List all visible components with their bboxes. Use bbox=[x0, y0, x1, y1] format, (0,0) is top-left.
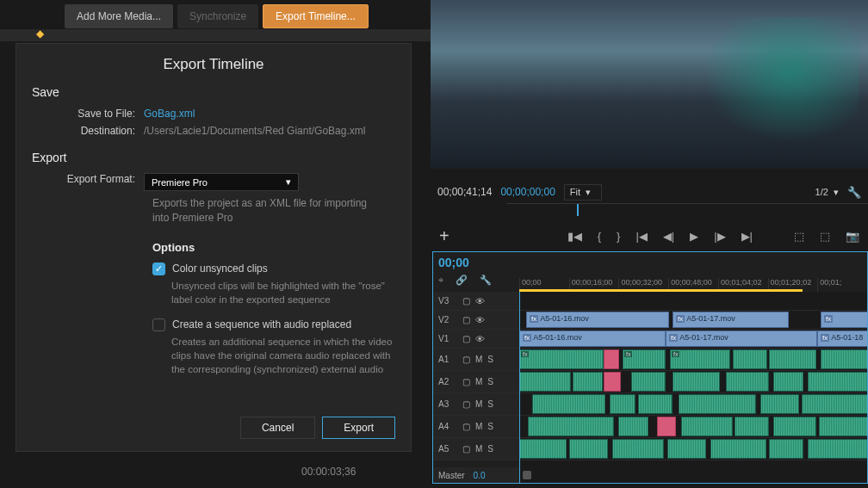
destination-value: /Users/Lacie1/Documents/Red Giant/GoBag.… bbox=[144, 125, 365, 137]
step-forward-icon[interactable]: |▶ bbox=[714, 230, 725, 243]
audio-clip[interactable] bbox=[769, 439, 803, 459]
mark-out-icon[interactable]: { bbox=[598, 230, 601, 243]
eye-icon[interactable]: 👁 bbox=[475, 334, 485, 344]
destination-label: Destination: bbox=[32, 125, 144, 137]
audio-clip[interactable] bbox=[519, 372, 571, 392]
audio-clip[interactable] bbox=[569, 439, 608, 459]
eye-icon[interactable]: 👁 bbox=[475, 296, 485, 306]
export-format-dropdown[interactable]: Premiere Pro ▾ bbox=[144, 173, 299, 191]
program-tc-playhead[interactable]: 00;00;00;00 bbox=[500, 186, 555, 198]
add-media-button[interactable]: Add More Media... bbox=[65, 4, 173, 28]
track-header-a1[interactable]: A1▢MS bbox=[433, 349, 519, 371]
audio-clip[interactable]: fx bbox=[519, 349, 604, 369]
master-volume-value[interactable]: 0.0 bbox=[474, 471, 486, 480]
video-clip[interactable]: fxA5-01-18 bbox=[817, 330, 867, 347]
video-clip[interactable]: fx bbox=[821, 312, 867, 328]
audio-clip[interactable] bbox=[673, 372, 720, 392]
timeline-zoom-scrollbar[interactable] bbox=[519, 467, 867, 483]
track-header-a4[interactable]: A4▢MS bbox=[433, 416, 519, 438]
track-header-a2[interactable]: A2▢MS bbox=[433, 371, 519, 393]
wrench-settings-icon[interactable]: 🔧 bbox=[847, 186, 861, 199]
audio-clip[interactable] bbox=[808, 439, 867, 459]
audio-clip[interactable] bbox=[819, 417, 867, 436]
audio-clip[interactable] bbox=[679, 394, 756, 414]
audio-replaced-checkbox[interactable] bbox=[152, 318, 165, 331]
play-icon[interactable]: ▶ bbox=[690, 230, 698, 243]
linked-selection-icon[interactable]: 🔗 bbox=[456, 275, 468, 286]
audio-clip[interactable] bbox=[604, 372, 621, 392]
go-to-in-icon[interactable]: |◀ bbox=[636, 230, 647, 243]
timeline-playhead[interactable] bbox=[519, 292, 520, 484]
audio-clip[interactable] bbox=[773, 417, 816, 436]
settings-wrench-icon[interactable]: 🔧 bbox=[480, 275, 492, 286]
export-section-heading: Export bbox=[32, 151, 395, 164]
audio-clip[interactable] bbox=[532, 394, 605, 414]
audio-clip[interactable] bbox=[773, 372, 803, 392]
track-header-v2[interactable]: V2▢👁 bbox=[433, 311, 519, 330]
audio-clip[interactable] bbox=[638, 394, 673, 414]
audio-clip[interactable] bbox=[821, 349, 867, 369]
step-back-icon[interactable]: ◀| bbox=[663, 230, 674, 243]
track-header-v1[interactable]: V1▢👁 bbox=[433, 330, 519, 349]
snap-icon[interactable]: ⌖ bbox=[438, 275, 443, 286]
audio-clip[interactable] bbox=[667, 439, 706, 459]
program-tc-in[interactable]: 00;00;41;14 bbox=[437, 186, 492, 198]
export-frame-icon[interactable]: 📷 bbox=[846, 230, 859, 243]
audio-clip[interactable] bbox=[610, 394, 636, 414]
ruler-tick: 00;01; bbox=[817, 278, 867, 292]
export-timeline-button[interactable]: Export Timeline... bbox=[263, 4, 369, 28]
audio-clip[interactable] bbox=[681, 417, 733, 436]
video-clip[interactable]: fxA5-01-17.mov bbox=[673, 312, 789, 328]
cancel-button[interactable]: Cancel bbox=[240, 417, 315, 439]
audio-clip[interactable] bbox=[733, 349, 767, 369]
audio-clip[interactable] bbox=[802, 394, 867, 414]
timeline-timecode[interactable]: 00;00 bbox=[438, 256, 514, 269]
audio-clip[interactable]: fx bbox=[670, 349, 730, 369]
audio-clip[interactable] bbox=[573, 372, 603, 392]
source-timecode: 00:00:03;36 bbox=[301, 466, 356, 478]
mark-in-icon[interactable]: ▮◀ bbox=[567, 230, 582, 243]
synchronize-button[interactable]: Synchronize bbox=[177, 4, 258, 28]
color-unsynced-checkbox[interactable]: ✓ bbox=[152, 263, 165, 275]
audio-clip[interactable] bbox=[528, 417, 614, 436]
audio-clip[interactable] bbox=[769, 349, 816, 369]
audio-replaced-label: Create a sequence with audio replaced bbox=[172, 318, 351, 330]
audio-clip[interactable] bbox=[657, 417, 676, 436]
save-to-file-label: Save to File: bbox=[32, 108, 144, 120]
track-header-v3[interactable]: V3▢👁 bbox=[433, 292, 519, 311]
program-scrubber[interactable] bbox=[506, 203, 868, 215]
add-marker-button[interactable]: + bbox=[439, 226, 450, 246]
resolution-dropdown[interactable]: 1/2 ▾ bbox=[815, 187, 839, 198]
extract-icon[interactable]: ⬚ bbox=[820, 230, 830, 243]
master-track-header[interactable]: Master 0.0 bbox=[433, 467, 519, 483]
audio-clip[interactable] bbox=[519, 439, 567, 459]
audio-clip[interactable]: fx bbox=[623, 349, 666, 369]
zoom-fit-dropdown[interactable]: Fit ▾ bbox=[564, 184, 602, 201]
video-clip[interactable]: fxA5-01-17.mov bbox=[666, 330, 817, 347]
dialog-title: Export Timeline bbox=[32, 56, 395, 73]
save-to-file-value[interactable]: GoBag.xml bbox=[144, 108, 195, 120]
track-header-a3[interactable]: A3▢MS bbox=[433, 393, 519, 416]
audio-replaced-description: Creates an additional sequence in which … bbox=[171, 335, 395, 376]
video-clip[interactable]: fxA5-01-16.mov bbox=[526, 312, 669, 328]
lift-icon[interactable]: ⬚ bbox=[794, 230, 804, 243]
video-clip[interactable]: fxA5-01-16.mov bbox=[519, 330, 666, 347]
audio-clip[interactable] bbox=[612, 439, 664, 459]
scrollbar-thumb[interactable] bbox=[523, 471, 531, 479]
audio-clip[interactable] bbox=[735, 417, 769, 436]
audio-clip[interactable] bbox=[631, 372, 666, 392]
timeline-tracks-area[interactable]: fxA5-01-16.mov fxA5-01-17.mov fx fxA5-01… bbox=[519, 292, 867, 484]
mark-clip-icon[interactable]: } bbox=[617, 230, 620, 243]
go-to-out-icon[interactable]: ▶| bbox=[741, 230, 753, 243]
audio-clip[interactable] bbox=[604, 349, 619, 369]
audio-clip[interactable] bbox=[618, 417, 648, 436]
eye-icon[interactable]: 👁 bbox=[475, 315, 485, 325]
audio-clip[interactable] bbox=[726, 372, 769, 392]
audio-clip[interactable] bbox=[760, 394, 799, 414]
audio-clip[interactable] bbox=[710, 439, 766, 459]
program-playhead[interactable] bbox=[577, 204, 579, 216]
track-header-a5[interactable]: A5▢MS bbox=[433, 438, 519, 460]
export-timeline-dialog: Export Timeline Save Save to File: GoBag… bbox=[16, 43, 412, 452]
export-button[interactable]: Export bbox=[322, 417, 395, 439]
audio-clip[interactable] bbox=[808, 372, 867, 392]
